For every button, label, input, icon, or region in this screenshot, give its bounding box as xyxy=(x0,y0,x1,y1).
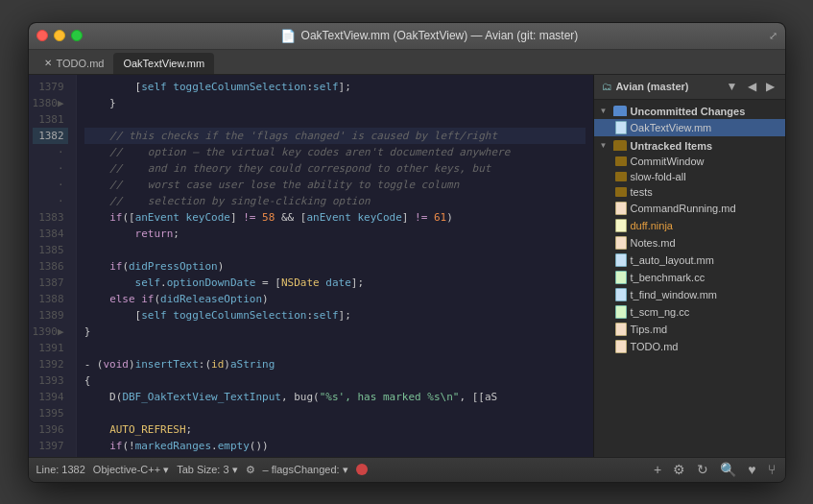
code-line: self.optionDownDate = [NSDate date]; xyxy=(84,275,586,291)
chevron-icon: ▼ xyxy=(600,141,610,150)
code-line: [self toggleColumnSelection:self]; xyxy=(84,79,586,95)
tree-item-tbenchmark[interactable]: t_benchmark.cc xyxy=(594,269,785,286)
refresh-button[interactable]: ↻ xyxy=(695,462,710,477)
code-line: [self toggleColumnSelection:self]; xyxy=(84,307,586,324)
maximize-button[interactable] xyxy=(71,30,83,41)
code-line: return; xyxy=(84,226,586,242)
language-selector[interactable]: Objective-C++ xyxy=(93,464,160,475)
tree-item-tfindwindow[interactable]: t_find_window.mm xyxy=(594,286,785,303)
chevron-icon: ▼ xyxy=(600,107,610,115)
tree-item-slowfold[interactable]: slow-fold-all xyxy=(594,169,785,184)
git-button[interactable]: ⑂ xyxy=(766,462,777,477)
folder-icon-uncommitted xyxy=(613,106,627,116)
code-line xyxy=(84,340,586,356)
tree-item-tscmng[interactable]: t_scm_ng.cc xyxy=(594,303,785,321)
file-label: tests xyxy=(631,186,779,198)
sidebar-next-button[interactable]: ▶ xyxy=(763,78,777,95)
tab-label: Tab Size: xyxy=(177,464,220,475)
file-label: OakTextView.mm xyxy=(631,122,768,133)
file-icon-cc xyxy=(615,305,627,319)
tree-item-commitwindow[interactable]: CommitWindow xyxy=(594,154,785,169)
code-line: // and in theory they could correspond t… xyxy=(84,160,586,177)
file-icon-ninja xyxy=(615,219,627,232)
file-label: t_find_window.mm xyxy=(631,289,779,300)
folder-icon xyxy=(615,156,627,166)
file-label: TODO.md xyxy=(631,341,768,352)
folder-icon xyxy=(615,172,627,181)
code-line xyxy=(84,242,586,258)
close-button[interactable] xyxy=(36,30,48,41)
status-tabsize[interactable]: Tab Size: 3 ▾ xyxy=(177,464,237,476)
file-label: t_auto_layout.mm xyxy=(631,254,779,266)
file-icon-mm xyxy=(615,288,627,301)
sidebar-header: 🗂 Avian (master) ▼ ◀ ▶ xyxy=(594,75,785,100)
code-line xyxy=(84,405,586,421)
window-title: 📄 OakTextView.mm (OakTextView) — Avian (… xyxy=(90,29,769,43)
editor[interactable]: 1379 1380▶ 1381 1382 · · · · 1383 1384 1… xyxy=(29,75,593,457)
tab-value: 3 xyxy=(223,464,228,475)
symbol-label: – flagsChanged: xyxy=(263,464,340,475)
file-label: Notes.md xyxy=(631,237,779,249)
tabs-bar: ✕ TODO.md OakTextView.mm xyxy=(29,50,785,75)
expand-button[interactable]: ⤢ xyxy=(769,30,777,42)
code-line: // worst case user lose the ability to t… xyxy=(84,177,586,193)
code-line: if(!markedRanges.empty()) xyxy=(84,438,586,454)
folder-icon-untracked xyxy=(613,140,627,151)
tab-todo-md[interactable]: ✕ TODO.md xyxy=(35,53,114,74)
tab-oaktextview-mm[interactable]: OakTextView.mm xyxy=(113,53,214,74)
settings-button[interactable]: ⚙ xyxy=(671,462,687,477)
add-button[interactable]: + xyxy=(652,462,663,477)
gear-icon[interactable]: ⚙ xyxy=(246,464,255,476)
tree-item-tautolayout[interactable]: t_auto_layout.mm xyxy=(594,252,785,269)
untracked-items-header[interactable]: ▼ Untracked Items xyxy=(594,138,785,154)
status-symbol: – flagsChanged: ▾ xyxy=(263,464,348,476)
file-label: Tips.md xyxy=(631,324,779,335)
main-window: 📄 OakTextView.mm (OakTextView) — Avian (… xyxy=(28,22,786,483)
file-label: CommandRunning.md xyxy=(631,203,779,214)
file-icon-md xyxy=(615,323,627,336)
search-button[interactable]: 🔍 xyxy=(718,462,738,477)
file-icon-mm xyxy=(615,253,627,267)
tree-section-untracked: ▼ Untracked Items CommitWindow slow-fold… xyxy=(594,138,785,355)
tree-item-todo[interactable]: TODO.md ✕ xyxy=(594,338,785,355)
line-numbers: 1379 1380▶ 1381 1382 · · · · 1383 1384 1… xyxy=(29,75,77,457)
chevron-down-icon: ▾ xyxy=(343,464,348,476)
code-line: } xyxy=(84,324,586,340)
tree-item-tests[interactable]: tests xyxy=(594,184,785,200)
main-area: 1379 1380▶ 1381 1382 · · · · 1383 1384 1… xyxy=(29,75,785,457)
sidebar-prev-button[interactable]: ◀ xyxy=(745,78,759,95)
uncommitted-changes-header[interactable]: ▼ Uncommitted Changes xyxy=(594,104,785,119)
file-label: duff.ninja xyxy=(631,220,779,231)
traffic-lights xyxy=(36,30,83,41)
sidebar-title: Avian (master) xyxy=(616,81,720,92)
statusbar: Line: 1382 Objective-C++ ▾ Tab Size: 3 ▾… xyxy=(29,457,785,482)
tree-item-oaktextview[interactable]: OakTextView.mm ✕ xyxy=(594,119,785,136)
code-area: 1379 1380▶ 1381 1382 · · · · 1383 1384 1… xyxy=(29,75,593,457)
file-label: t_benchmark.cc xyxy=(631,272,779,283)
code-content[interactable]: [self toggleColumnSelection:self]; } // … xyxy=(77,75,593,457)
uncommitted-label: Uncommitted Changes xyxy=(631,106,746,117)
code-line: if([anEvent keyCode] != 58 && [anEvent k… xyxy=(84,209,586,226)
tree-item-tips[interactable]: Tips.md xyxy=(594,321,785,338)
minimize-button[interactable] xyxy=(54,30,65,41)
status-language[interactable]: Objective-C++ ▾ xyxy=(93,464,169,476)
tree-section-uncommitted: ▼ Uncommitted Changes OakTextView.mm ✕ xyxy=(594,104,785,136)
file-icon-md xyxy=(615,236,627,250)
sidebar: 🗂 Avian (master) ▼ ◀ ▶ ▼ Uncommitted Cha… xyxy=(593,75,785,457)
code-line-active: // this checks if the 'flags changed' is… xyxy=(84,128,586,144)
titlebar: 📄 OakTextView.mm (OakTextView) — Avian (… xyxy=(29,23,785,50)
status-gear[interactable]: ⚙ xyxy=(246,464,255,476)
code-line: else if(didReleaseOption) xyxy=(84,291,586,307)
file-icon-md xyxy=(615,340,627,353)
code-line xyxy=(84,111,586,128)
code-line: D(DBF_OakTextView_TextInput, bug("%s', h… xyxy=(84,389,586,405)
tree-item-notes[interactable]: Notes.md xyxy=(594,234,785,252)
folder-icon xyxy=(615,187,627,197)
favorite-button[interactable]: ♥ xyxy=(746,462,757,477)
tree-item-commandrunning[interactable]: CommandRunning.md xyxy=(594,200,785,217)
sidebar-branch-dropdown[interactable]: ▼ xyxy=(724,78,741,95)
tree-item-duff[interactable]: duff.ninja xyxy=(594,217,785,234)
sidebar-tree[interactable]: ▼ Uncommitted Changes OakTextView.mm ✕ ▼ xyxy=(594,100,785,457)
line-label: Line: xyxy=(36,464,60,475)
file-label: t_scm_ng.cc xyxy=(631,306,779,318)
